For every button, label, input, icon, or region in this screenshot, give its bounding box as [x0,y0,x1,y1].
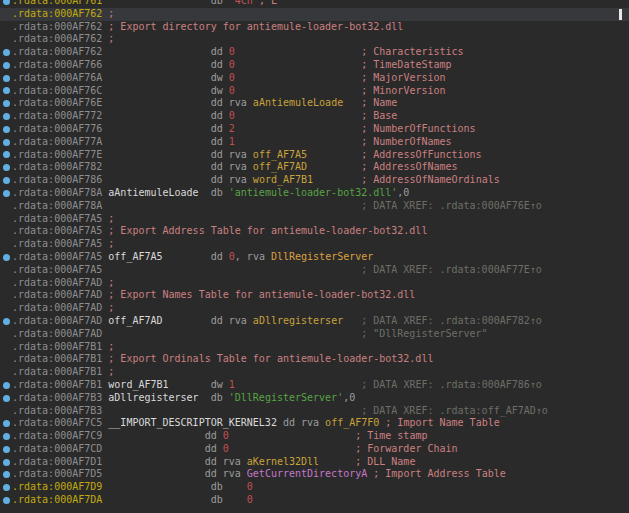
token-lbl[interactable]: word_AF7B1 [108,379,168,390]
token-lbl[interactable]: off_AF7AD [108,315,162,326]
code-line[interactable]: .rdata:000AF7D5 dd rva GetCurrentDirecto… [0,468,629,481]
gutter-dot-icon[interactable] [3,49,10,56]
code-line[interactable]: .rdata:000AF7B3 aDllregisterser db 'DllR… [0,392,629,405]
code-line[interactable]: .rdata:000AF7B1 word_AF7B1 dw 1 ; DATA X… [0,379,629,392]
code-line[interactable]: .rdata:000AF772 dd 0 ; Base [0,110,629,123]
code-line[interactable]: .rdata:000AF7D9 db 0 [0,481,629,494]
gutter-dot-icon[interactable] [3,139,10,146]
token-ref[interactable]: aDllregisterser [253,315,343,326]
token-ref[interactable]: off_AF7A5 [253,149,307,160]
token-imp[interactable]: GetCurrentDirectoryA [247,468,367,479]
token-ref[interactable]: off_AF7F0 [325,417,379,428]
gutter-dot-icon[interactable] [3,318,10,325]
address: .rdata:000AF76C [12,85,108,96]
code-line[interactable]: .rdata:000AF7DA db 0 [0,494,629,507]
token-lbl[interactable]: __IMPORT_DESCRIPTOR_KERNEL32 [108,417,277,428]
code-line[interactable]: .rdata:000AF7B1 ; Export Ordinals Table … [0,353,629,366]
gutter-dot-icon[interactable] [3,395,10,402]
token-num: 0 [247,481,253,492]
code-line[interactable]: .rdata:000AF78A aAntiemuleLoade db 'anti… [0,187,629,200]
token-lbl[interactable]: aAntiemuleLoade [108,187,198,198]
token-kw: dd [211,161,223,172]
token-com: ; AddressOfNames [361,161,457,172]
code-line[interactable]: .rdata:000AF76C dw 0 ; MinorVersion [0,85,629,98]
token-ref[interactable]: off_AF7AD [253,161,307,172]
code-line[interactable]: .rdata:000AF762 ; [0,33,629,46]
gutter-dot-icon[interactable] [3,62,10,69]
gutter-dot-icon[interactable] [3,75,10,82]
code-line[interactable]: .rdata:000AF7B3 ; DATA XREF: .rdata:off_… [0,405,629,418]
gutter-dot-icon[interactable] [3,484,10,491]
code-line[interactable]: .rdata:000AF782 dd rva off_AF7AD ; Addre… [0,161,629,174]
code-line[interactable]: .rdata:000AF7B1 ; [0,341,629,354]
code-line[interactable]: .rdata:000AF7C9 dd 0 ; Time stamp [0,430,629,443]
token-lbl[interactable]: aDllregisterser [108,392,198,403]
gutter-dot-icon[interactable] [3,190,10,197]
code-line[interactable]: .rdata:000AF77A dd 1 ; NumberOfNames [0,136,629,149]
token-com: ; Forwarder Chain [355,443,457,454]
code-line[interactable]: .rdata:000AF7A5 ; Export Address Table f… [0,225,629,238]
gutter-dot-icon[interactable] [3,87,10,94]
token-exp[interactable]: DllRegisterServer [271,251,373,262]
code-line[interactable]: .rdata:000AF762 ; Export directory for a… [0,21,629,34]
gutter-dot-icon[interactable] [3,420,10,427]
code-line[interactable]: .rdata:000AF76A dw 0 ; MajorVersion [0,72,629,85]
gutter-dot-icon[interactable] [3,446,10,453]
code-line[interactable]: .rdata:000AF762 dd 0 ; Characteristics [0,46,629,59]
code-line[interactable]: .rdata:000AF76E dd rva aAntiemuleLoade ;… [0,97,629,110]
spacer [235,110,361,121]
spacer [163,315,211,326]
gutter-dot-icon[interactable] [3,151,10,158]
code-line[interactable]: .rdata:000AF77E dd rva off_AF7A5 ; Addre… [0,149,629,162]
gutter-dot-icon[interactable] [3,459,10,466]
code-line[interactable]: .rdata:000AF7AD off_AF7AD dd rva aDllreg… [0,315,629,328]
gutter-dot-icon[interactable] [3,177,10,184]
token-xref: ; DATA XREF: .rdata:000AF76E↑o [361,200,542,211]
gutter-dot-icon[interactable] [3,0,10,5]
gutter-dot-icon[interactable] [3,100,10,107]
token-kw: db [211,392,223,403]
code-line[interactable]: .rdata:000AF7C5 __IMPORT_DESCRIPTOR_KERN… [0,417,629,430]
code-line[interactable]: .rdata:000AF7CD dd 0 ; Forwarder Chain [0,443,629,456]
address: .rdata:000AF7A5 [12,264,108,275]
code-line[interactable]: .rdata:000AF766 dd 0 ; TimeDateStamp [0,59,629,72]
token-kw: dd [211,315,223,326]
code-line[interactable]: .rdata:000AF7AD ; [0,277,629,290]
token-ref[interactable]: aKernel32Dll [247,456,319,467]
code-line[interactable]: .rdata:000AF7D1 dd rva aKernel32Dll ; DL… [0,456,629,469]
gutter-dot-icon[interactable] [3,497,10,504]
code-line[interactable]: .rdata:000AF761 db 4Ch ; L [0,0,629,8]
token-kw: rva [229,315,247,326]
code-line[interactable]: .rdata:000AF786 dd rva word_AF7B1 ; Addr… [0,174,629,187]
token-ref[interactable]: aAntiemuleLoade [253,97,343,108]
code-line[interactable]: .rdata:000AF7A5 off_AF7A5 dd 0, rva DllR… [0,251,629,264]
code-line[interactable]: .rdata:000AF776 dd 2 ; NumberOfFunctions [0,123,629,136]
gutter-dot-icon[interactable] [3,113,10,120]
token-str: 'DllRegisterServer' [229,392,343,403]
gutter-dot-icon[interactable] [3,126,10,133]
token-com: ; AddressOfFunctions [361,149,481,160]
token-kw: rva [223,468,241,479]
token-ref[interactable]: word_AF7B1 [253,174,313,185]
code-line[interactable]: .rdata:000AF7AD ; Export Names Table for… [0,289,629,302]
address: .rdata:000AF7A5 [12,213,108,224]
gutter-dot-icon[interactable] [3,254,10,261]
code-line[interactable]: .rdata:000AF7A5 ; DATA XREF: .rdata:000A… [0,264,629,277]
code-line[interactable]: .rdata:000AF7A5 ; [0,238,629,251]
token-lbl[interactable]: off_AF7A5 [108,251,162,262]
token-kw: dd [211,97,223,108]
code-line[interactable]: .rdata:000AF762 ; [0,8,629,21]
spacer [235,59,361,70]
address: .rdata:000AF7D9 [12,481,108,492]
code-line[interactable]: .rdata:000AF7B1 ; [0,366,629,379]
code-line[interactable]: .rdata:000AF78A ; DATA XREF: .rdata:000A… [0,200,629,213]
gutter-dot-icon[interactable] [3,433,10,440]
spacer [307,149,361,160]
gutter-dot-icon[interactable] [3,471,10,478]
gutter-dot-icon[interactable] [3,164,10,171]
code-line[interactable]: .rdata:000AF7AD ; "DllRegisterServer" [0,328,629,341]
gutter-dot-icon[interactable] [3,382,10,389]
token-com: ; AddressOfNameOrdinals [361,174,499,185]
code-line[interactable]: .rdata:000AF7AD ; [0,302,629,315]
code-line[interactable]: .rdata:000AF7A5 ; [0,213,629,226]
